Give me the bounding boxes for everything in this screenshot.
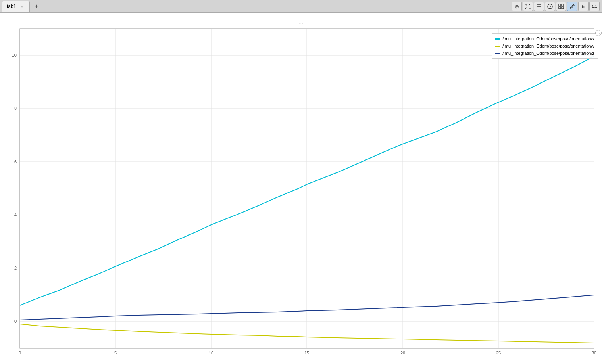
svg-line-0 — [525, 4, 527, 5]
svg-text:0: 0 — [14, 319, 17, 324]
svg-text:5: 5 — [114, 351, 117, 355]
svg-line-1 — [529, 4, 531, 5]
svg-text:10: 10 — [12, 53, 17, 57]
chart-svg: 0 2 4 6 8 10 0 5 10 15 20 25 30 — [0, 13, 602, 364]
clock-icon[interactable] — [545, 2, 555, 11]
edit-icon[interactable] — [567, 2, 577, 11]
legend-swatch-y — [495, 46, 500, 47]
svg-rect-13 — [562, 7, 564, 9]
legend-item-y: /imu_Integration_Odom/pose/pose/orientat… — [495, 42, 594, 50]
list-icon[interactable] — [534, 2, 544, 11]
svg-line-2 — [525, 8, 527, 9]
svg-text:10: 10 — [209, 351, 213, 355]
svg-text:15: 15 — [304, 351, 309, 355]
svg-rect-10 — [559, 4, 561, 6]
tab1-label: tab1 — [7, 4, 16, 9]
svg-line-3 — [529, 8, 531, 9]
zoom-icon[interactable] — [523, 2, 533, 11]
legend-label-x: /imu_Integration_Odom/pose/pose/orientat… — [502, 36, 594, 41]
move-icon[interactable]: ⊕ — [512, 2, 522, 11]
chart-legend: ○ /imu_Integration_Odom/pose/pose/orient… — [492, 33, 598, 59]
tab1-close[interactable]: × — [19, 4, 25, 9]
svg-rect-12 — [559, 7, 561, 9]
svg-text:30: 30 — [592, 351, 596, 355]
legend-swatch-x — [495, 38, 500, 40]
svg-text:4: 4 — [14, 213, 17, 217]
svg-text:2: 2 — [14, 266, 17, 270]
t0-icon[interactable]: t₀ — [578, 2, 589, 11]
svg-text:8: 8 — [14, 106, 17, 111]
svg-text:0: 0 — [19, 351, 21, 355]
svg-text:6: 6 — [14, 159, 17, 164]
add-tab-button[interactable]: + — [31, 2, 41, 11]
svg-text:20: 20 — [400, 351, 405, 355]
legend-label-y: /imu_Integration_Odom/pose/pose/orientat… — [502, 44, 594, 48]
time-ratio-icon[interactable]: 1:1 — [589, 2, 600, 11]
legend-close-button[interactable]: ○ — [595, 30, 602, 36]
grid-icon[interactable] — [556, 2, 566, 11]
tab1[interactable]: tab1 × — [2, 1, 30, 12]
chart-area: ... ○ /imu_Integration_Odom/pose/pose/or… — [0, 13, 602, 364]
svg-text:25: 25 — [496, 351, 501, 355]
legend-swatch-z — [495, 53, 500, 54]
legend-item-x: /imu_Integration_Odom/pose/pose/orientat… — [495, 35, 594, 42]
legend-item-z: /imu_Integration_Odom/pose/pose/orientat… — [495, 50, 594, 57]
legend-label-z: /imu_Integration_Odom/pose/pose/orientat… — [502, 51, 594, 56]
svg-rect-11 — [562, 4, 564, 6]
